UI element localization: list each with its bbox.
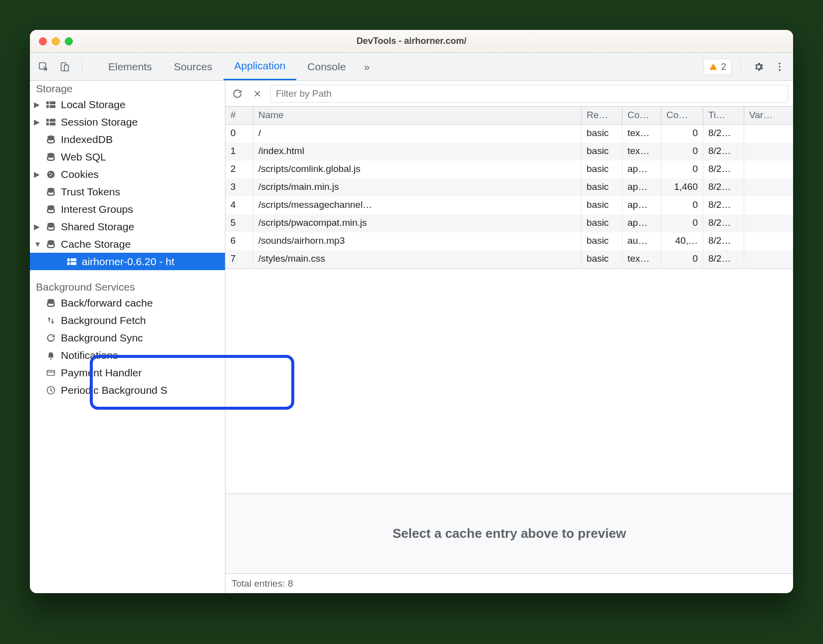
cell-response: basic: [582, 143, 622, 161]
cell-content-type: tex…: [622, 125, 661, 143]
clear-icon[interactable]: [250, 87, 264, 101]
background-services-tree: Back/forward cacheBackground FetchBackgr…: [30, 294, 225, 399]
card-icon: [46, 368, 58, 378]
sidebar-item-notifications[interactable]: Notifications: [30, 346, 225, 364]
sidebar-item-label: Cookies: [61, 168, 99, 180]
cell-vary: [744, 250, 793, 268]
cell-index: 4: [225, 196, 253, 214]
th-name[interactable]: Name: [253, 107, 582, 124]
separator: [741, 59, 741, 74]
db-icon: [46, 298, 58, 308]
grid-icon: [46, 118, 58, 127]
sidebar-item-background-sync[interactable]: Background Sync: [30, 329, 225, 346]
panel-body: Storage ▶Local Storage▶Session StorageIn…: [30, 81, 793, 593]
cell-content-length: 0: [661, 196, 703, 214]
cell-response: basic: [582, 214, 622, 232]
grid-icon: [46, 100, 58, 109]
cell-time: 8/2…: [703, 196, 744, 214]
db-icon: [46, 222, 58, 232]
application-sidebar: Storage ▶Local Storage▶Session StorageIn…: [30, 81, 225, 593]
cell-response: basic: [582, 250, 622, 268]
tabs-overflow-button[interactable]: »: [357, 53, 377, 80]
svg-rect-25: [71, 258, 77, 261]
table-row[interactable]: 4/scripts/messagechannel…basicap…08/2…: [225, 196, 793, 214]
table-row[interactable]: 6/sounds/airhorn.mp3basicau…40,…8/2…: [225, 232, 793, 250]
cell-vary: [744, 214, 793, 232]
sidebar-item-interest-groups[interactable]: Interest Groups: [30, 200, 225, 218]
cell-content-type: ap…: [622, 214, 661, 232]
table-row[interactable]: 3/scripts/main.min.jsbasicap…1,4608/2…: [225, 178, 793, 196]
cell-vary: [744, 125, 793, 143]
svg-point-16: [47, 170, 55, 178]
db-icon: [46, 135, 58, 145]
cache-filterbar: [225, 81, 793, 107]
warning-icon: [709, 62, 718, 71]
separator: [82, 59, 82, 74]
cell-vary: [744, 196, 793, 214]
clock-icon: [46, 385, 58, 395]
svg-rect-24: [67, 258, 70, 261]
cell-time: 8/2…: [703, 161, 744, 178]
tab-elements[interactable]: Elements: [97, 53, 163, 80]
db-icon: [46, 187, 58, 197]
sidebar-item-label: Local Storage: [61, 99, 126, 111]
table-row[interactable]: 1/index.htmlbasictex…08/2…: [225, 143, 793, 161]
cell-vary: [744, 232, 793, 250]
sidebar-item-payment-handler[interactable]: Payment Handler: [30, 364, 225, 381]
sidebar-item-airhorner-0-6-20-ht[interactable]: airhorner-0.6.20 - ht: [30, 253, 225, 270]
cell-content-length: 0: [661, 250, 703, 268]
th-vary[interactable]: Var…: [744, 107, 793, 124]
sidebar-item-background-fetch[interactable]: Background Fetch: [30, 312, 225, 329]
sidebar-item-label: IndexedDB: [61, 134, 113, 146]
sidebar-item-shared-storage[interactable]: ▶Shared Storage: [30, 218, 225, 235]
cell-name: /scripts/pwacompat.min.js: [253, 214, 582, 232]
cell-content-length: 1,460: [661, 178, 703, 196]
sidebar-item-session-storage[interactable]: ▶Session Storage: [30, 113, 225, 131]
filter-input[interactable]: [270, 85, 788, 103]
sidebar-item-cache-storage[interactable]: ▼Cache Storage: [30, 235, 225, 253]
svg-point-17: [49, 172, 50, 174]
tab-console[interactable]: Console: [296, 53, 357, 80]
warnings-badge[interactable]: 2: [703, 59, 732, 75]
sidebar-item-periodic-background-s[interactable]: Periodic Background S: [30, 381, 225, 399]
storage-tree: ▶Local Storage▶Session StorageIndexedDBW…: [30, 96, 225, 270]
table-rows: 0/basictex…08/2…1/index.htmlbasictex…08/…: [225, 125, 793, 268]
table-row[interactable]: 2/scripts/comlink.global.jsbasicap…08/2…: [225, 161, 793, 178]
th-index[interactable]: #: [225, 107, 253, 124]
sidebar-item-cookies[interactable]: ▶Cookies: [30, 165, 225, 183]
tab-sources[interactable]: Sources: [163, 53, 223, 80]
cell-content-length: 0: [661, 125, 703, 143]
th-time-cached[interactable]: Ti…: [703, 107, 744, 124]
th-response-type[interactable]: Re…: [582, 107, 622, 124]
total-entries-label: Total entries: 8: [231, 578, 293, 589]
svg-point-19: [50, 175, 51, 176]
db-icon: [46, 239, 58, 249]
cell-time: 8/2…: [703, 125, 744, 143]
cell-time: 8/2…: [703, 250, 744, 268]
svg-point-5: [779, 69, 781, 71]
sidebar-item-label: Back/forward cache: [61, 297, 153, 309]
inspect-element-icon[interactable]: [35, 58, 52, 75]
cell-content-length: 0: [661, 143, 703, 161]
th-content-length[interactable]: Co…: [661, 107, 703, 124]
cell-vary: [744, 143, 793, 161]
sidebar-item-web-sql[interactable]: Web SQL: [30, 148, 225, 165]
svg-point-18: [51, 173, 52, 174]
table-row[interactable]: 7/styles/main.cssbasictex…08/2…: [225, 250, 793, 268]
cell-index: 3: [225, 178, 253, 196]
th-content-type[interactable]: Co…: [622, 107, 661, 124]
gear-icon[interactable]: [750, 58, 767, 75]
table-row[interactable]: 5/scripts/pwacompat.min.jsbasicap…08/2…: [225, 214, 793, 232]
cell-index: 7: [225, 250, 253, 268]
refresh-icon[interactable]: [230, 87, 244, 101]
sidebar-item-trust-tokens[interactable]: Trust Tokens: [30, 183, 225, 200]
device-toggle-icon[interactable]: [56, 58, 73, 75]
svg-rect-26: [67, 262, 70, 265]
tab-application[interactable]: Application: [223, 53, 297, 80]
table-row[interactable]: 0/basictex…08/2…: [225, 125, 793, 143]
table-blank-area: [225, 268, 793, 493]
sidebar-item-indexeddb[interactable]: IndexedDB: [30, 131, 225, 148]
sidebar-item-local-storage[interactable]: ▶Local Storage: [30, 96, 225, 113]
sidebar-item-back-forward-cache[interactable]: Back/forward cache: [30, 294, 225, 312]
kebab-menu-icon[interactable]: [771, 58, 788, 75]
